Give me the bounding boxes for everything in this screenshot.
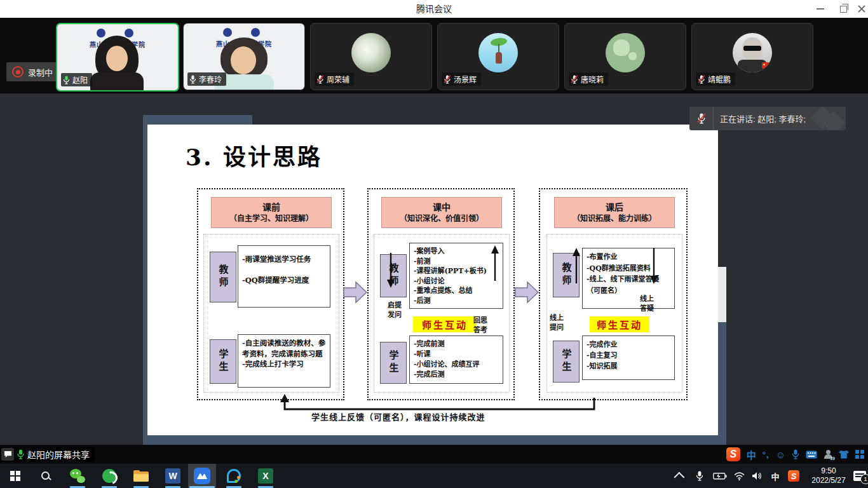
minimize-button[interactable]: [811, 4, 830, 14]
recording-indicator: 录制中: [6, 62, 57, 81]
taskbar-app-excel[interactable]: X: [252, 464, 280, 488]
speaking-text: 正在讲话: 赵阳; 李春玲;: [720, 112, 806, 125]
tray-battery-icon[interactable]: [710, 464, 729, 488]
notification-icon: 1: [853, 471, 866, 481]
flow-arrow-icon: [343, 281, 367, 304]
taskbar-app-tim-qq[interactable]: [220, 464, 248, 488]
search-icon: [41, 471, 51, 481]
phase-header: 课前 （自主学习、知识理解）: [211, 197, 332, 228]
participant-tile-tangjinghui[interactable]: 汤景辉: [437, 23, 559, 90]
student-activities: -完成前测 -听课 -小组讨论、成绩互评 -完成后测: [409, 336, 503, 384]
restore-icon: [840, 6, 847, 13]
start-button[interactable]: [1, 464, 29, 488]
participant-tile-tangxiaoli[interactable]: 唐晓莉: [564, 23, 686, 90]
participant-name: 赵阳: [72, 74, 88, 85]
soft-keyboard-icon[interactable]: [806, 451, 817, 459]
toolbox-grid-icon[interactable]: [855, 450, 864, 459]
minimize-icon: [817, 8, 824, 10]
green-utility-icon: [102, 469, 116, 483]
tray-mic-icon[interactable]: [691, 464, 708, 488]
record-icon: [12, 66, 24, 78]
mic-muted-icon: [444, 75, 451, 84]
tray-volume-icon[interactable]: [749, 464, 765, 488]
down-arrow-icon: [649, 248, 658, 285]
sogou-logo-icon[interactable]: S: [726, 447, 740, 461]
participant-name: 靖鲲鹏: [708, 74, 731, 85]
share-chat-icon[interactable]: [1, 448, 14, 461]
participant-nameplate: 李春玲: [187, 72, 226, 86]
mic-muted-icon: [316, 75, 324, 84]
phase-column-after-class: 课后 （知识拓展、能力训练） 教师 -布置作业 -QQ群推送拓展资料 -线上、线…: [539, 188, 688, 400]
taskbar-app-file-explorer[interactable]: [127, 464, 155, 488]
participant-name: 李春玲: [199, 74, 222, 85]
chevron-up-icon: [674, 472, 684, 483]
taskbar-app-tencent-meeting[interactable]: [188, 464, 216, 488]
participant-nameplate: 赵阳: [61, 73, 92, 86]
presentation-scrollbar[interactable]: [718, 267, 726, 322]
voice-input-icon[interactable]: [792, 449, 799, 459]
tray-date: 2022/5/27: [811, 476, 845, 485]
speaking-indicator: 正在讲话: 赵阳; 李春玲;: [689, 107, 846, 130]
ime-mode-chinese[interactable]: 中: [747, 448, 756, 461]
skin-icon[interactable]: [839, 451, 849, 459]
window-title: 腾讯会议: [0, 0, 868, 18]
student-activities: -完成作业 -自主复习 -知识拓展: [582, 336, 675, 380]
arrow-label-answer-think: 回思 答考: [468, 316, 493, 336]
taskbar-app-wechat[interactable]: [64, 464, 92, 488]
tray-ime-indicator[interactable]: 中: [768, 464, 783, 488]
tray-action-center[interactable]: 1: [851, 464, 868, 488]
flow-arrow-icon: [515, 281, 539, 304]
student-role-box: 学生: [553, 341, 580, 383]
interaction-highlight: 师生互动: [590, 316, 649, 332]
student-role-box: 学生: [210, 339, 236, 384]
avatar: [351, 33, 391, 72]
avatar: [733, 33, 772, 72]
phase-header: 课中 （知识深化、价值引领）: [381, 197, 502, 228]
taskbar-app-green-utility[interactable]: [95, 464, 123, 488]
phase-header: 课后 （知识拓展、能力训练）: [554, 197, 675, 228]
window-titlebar: 腾讯会议: [0, 0, 868, 18]
close-button[interactable]: [855, 4, 868, 14]
mic-on-icon: [189, 75, 196, 84]
avatar: [606, 33, 645, 72]
slide-title: 3. 设计思路: [186, 139, 322, 172]
tray-sogou-icon[interactable]: S: [785, 464, 802, 488]
recording-label: 录制中: [28, 66, 53, 78]
university-logo-icon: [97, 29, 105, 37]
tray-wifi-icon[interactable]: [731, 464, 747, 488]
university-logo-icon: [125, 29, 133, 37]
up-arrow-icon: [491, 244, 499, 281]
participant-tile-jingkunpeng[interactable]: 靖鲲鹏: [691, 23, 813, 90]
presentation-frame-bottom: [143, 435, 726, 445]
phase-column-in-class: 课中 （知识深化、价值引领） 教师 -案例导入 -前测 -课程讲解(PPT+板书…: [367, 188, 515, 400]
restore-button[interactable]: [834, 4, 853, 14]
emoji-icon[interactable]: ☺: [776, 449, 785, 460]
punctuation-toggle[interactable]: °,: [763, 450, 770, 459]
participant-name: 汤景辉: [454, 74, 477, 85]
participant-tile-zhaoyang[interactable]: 燕山大学管理学院 赵阳: [56, 23, 179, 92]
taskbar-search-button[interactable]: [32, 464, 60, 488]
taskbar-app-word[interactable]: W: [159, 464, 187, 488]
video-strip: 录制中 燕山大学管理学院 赵阳: [0, 18, 868, 93]
presentation-slide: 3. 设计思路 课前 （自主学习、知识理解） 教师 -雨课堂推送学习任务 -QQ…: [147, 125, 718, 435]
login-account-icon[interactable]: 19: [824, 450, 832, 459]
mic-on-icon[interactable]: [17, 449, 25, 459]
tencent-meeting-icon: [194, 468, 210, 484]
excel-icon: X: [258, 468, 273, 484]
screen: 腾讯会议 录制中 燕山大学管理学院: [0, 0, 868, 488]
tray-show-hidden-icons[interactable]: [672, 464, 689, 488]
tray-clock[interactable]: 9:50 2022/5/27: [806, 464, 851, 488]
phase-column-before-class: 课前 （自主学习、知识理解） 教师 -雨课堂推送学习任务 -QQ群提醒学习进度 …: [197, 188, 344, 400]
arrow-label-inspire-question: 启提 发问: [381, 301, 408, 320]
down-arrow-icon: [386, 253, 395, 288]
participant-tile-zhourongfu[interactable]: 周荣辅: [310, 23, 432, 90]
participant-name: 唐晓莉: [581, 74, 604, 85]
mic-muted-icon: [689, 107, 714, 130]
up-arrow-icon: [572, 247, 581, 283]
university-logo-icon: [223, 28, 232, 37]
taskbar: W X 中 S 9:50 2022/5/27 1: [0, 464, 868, 488]
participant-nameplate: 汤景辉: [442, 72, 481, 86]
mic-muted-icon: [698, 75, 705, 84]
flag-badge-icon: [762, 62, 770, 69]
participant-tile-lichunling[interactable]: 燕山大学管理学院 李春玲: [183, 23, 305, 90]
